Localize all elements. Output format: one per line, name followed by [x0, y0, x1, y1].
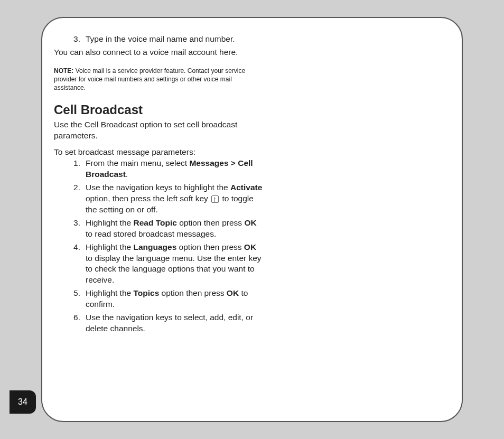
- ok-bold: OK: [244, 242, 256, 251]
- text-fragment: .: [126, 170, 128, 179]
- list-text: From the main menu, select Messages > Ce…: [86, 158, 265, 180]
- cb-step-1: 1. From the main menu, select Messages >…: [70, 158, 265, 180]
- list-number: 6.: [70, 312, 80, 334]
- activate-bold: Activate: [230, 183, 262, 192]
- list-number: 3.: [70, 218, 80, 240]
- list-number: 3.: [70, 34, 80, 45]
- cell-broadcast-lead: To set broadcast message parameters:: [54, 147, 265, 158]
- text-fragment: Use the navigation keys to highlight the: [86, 183, 230, 192]
- list-number: 4.: [70, 242, 80, 286]
- page-number: 34: [18, 397, 27, 407]
- topics-bold: Topics: [133, 288, 159, 297]
- content-column: 3. Type in the voice mail name and numbe…: [54, 34, 265, 334]
- note-label: NOTE:: [54, 67, 73, 74]
- ok-bold: OK: [244, 218, 256, 227]
- cb-step-3: 3. Highlight the Read Topic option then …: [70, 218, 265, 240]
- list-text: Use the navigation keys to select, add, …: [86, 312, 265, 334]
- list-number: 1.: [70, 158, 80, 180]
- page-frame: 3. Type in the voice mail name and numbe…: [41, 17, 463, 422]
- read-topic-bold: Read Topic: [133, 218, 176, 227]
- text-fragment: option, then press the left soft key: [86, 194, 210, 203]
- voicemail-connect-text: You can also connect to a voice mail acc…: [54, 47, 265, 58]
- left-soft-key-icon: [211, 195, 219, 203]
- cb-step-4: 4. Highlight the Languages option then p…: [70, 242, 265, 286]
- cb-step-2: 2. Use the navigation keys to highlight …: [70, 182, 265, 216]
- cell-broadcast-heading: Cell Broadcast: [54, 102, 265, 117]
- cb-step-5: 5. Highlight the Topics option then pres…: [70, 288, 265, 310]
- list-number: 2.: [70, 182, 80, 216]
- cell-broadcast-intro: Use the Cell Broadcast option to set cel…: [54, 119, 265, 142]
- languages-bold: Languages: [133, 242, 176, 251]
- voicemail-note: NOTE: Voice mail is a service provider f…: [54, 67, 265, 92]
- note-text: Voice mail is a service provider feature…: [54, 67, 245, 91]
- list-text: Highlight the Languages option then pres…: [86, 242, 265, 286]
- list-text: Highlight the Topics option then press O…: [86, 288, 265, 310]
- ok-bold: OK: [227, 288, 239, 297]
- text-fragment: to display the language menu. Use the en…: [86, 254, 262, 285]
- text-fragment: option then press: [159, 288, 227, 297]
- page-number-badge: 34: [10, 390, 36, 414]
- voicemail-step-3: 3. Type in the voice mail name and numbe…: [70, 34, 265, 45]
- text-fragment: Highlight the: [86, 218, 133, 227]
- list-text: Type in the voice mail name and number.: [86, 34, 235, 45]
- text-fragment: Highlight the: [86, 242, 133, 251]
- text-fragment: Highlight the: [86, 288, 133, 297]
- cb-step-6: 6. Use the navigation keys to select, ad…: [70, 312, 265, 334]
- text-fragment: option then press: [177, 218, 245, 227]
- text-fragment: From the main menu, select: [86, 158, 189, 167]
- list-text: Use the navigation keys to highlight the…: [86, 182, 265, 216]
- list-number: 5.: [70, 288, 80, 310]
- text-fragment: option then press: [176, 242, 244, 251]
- text-fragment: to read stored broadcast messages.: [86, 229, 216, 238]
- list-text: Highlight the Read Topic option then pre…: [86, 218, 265, 240]
